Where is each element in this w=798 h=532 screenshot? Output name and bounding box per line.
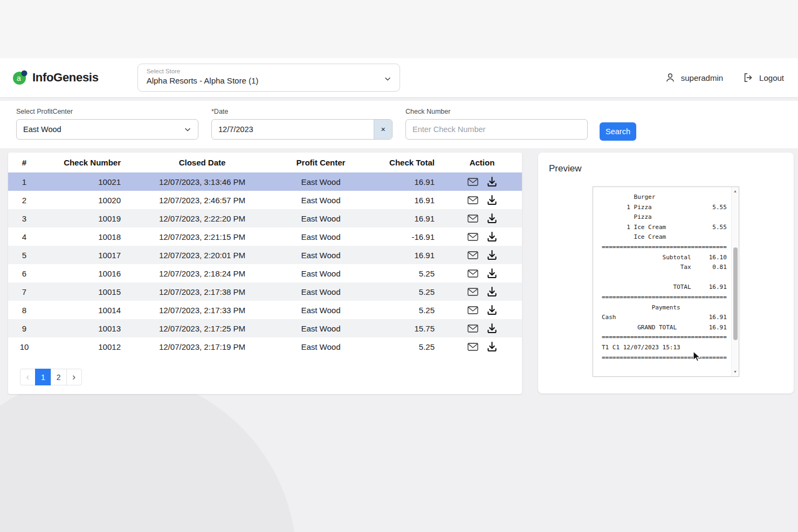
download-icon[interactable] bbox=[487, 341, 497, 352]
closed-date-cell: 12/07/2023, 2:21:15 PM bbox=[129, 227, 275, 246]
header-right: superadmin Logout bbox=[664, 72, 784, 84]
profit-center-cell: East Wood bbox=[275, 301, 367, 319]
page: a InfoGenesis Select Store Alpha Resorts… bbox=[0, 0, 798, 394]
user-icon bbox=[664, 72, 676, 84]
row-index: 6 bbox=[8, 264, 40, 282]
table-row[interactable]: 4 10018 12/07/2023, 2:21:15 PM East Wood… bbox=[8, 227, 522, 246]
download-icon[interactable] bbox=[487, 286, 497, 297]
scroll-up-icon[interactable]: ▲ bbox=[732, 189, 739, 194]
download-icon[interactable] bbox=[487, 268, 497, 279]
profit-center-cell: East Wood bbox=[275, 172, 367, 191]
top-strip bbox=[0, 0, 798, 58]
email-icon[interactable] bbox=[467, 343, 478, 351]
profit-center-select[interactable]: East Wood bbox=[16, 119, 198, 140]
table-row[interactable]: 7 10015 12/07/2023, 2:17:38 PM East Wood… bbox=[8, 282, 522, 301]
action-cell bbox=[442, 227, 522, 246]
check-number-cell: 10017 bbox=[40, 246, 129, 264]
check-total-cell: 15.75 bbox=[367, 319, 442, 337]
pagination: ‹ 1 2 › bbox=[20, 369, 82, 385]
pagination-page-2[interactable]: 2 bbox=[51, 369, 67, 385]
email-icon[interactable] bbox=[467, 178, 478, 186]
date-clear-button[interactable]: × bbox=[374, 120, 392, 139]
check-number-cell: 10014 bbox=[40, 301, 129, 319]
table-row[interactable]: 6 10016 12/07/2023, 2:18:24 PM East Wood… bbox=[8, 264, 522, 282]
chevron-down-icon bbox=[184, 126, 191, 133]
app-header: a InfoGenesis Select Store Alpha Resorts… bbox=[0, 58, 798, 97]
download-icon[interactable] bbox=[487, 176, 497, 187]
email-icon[interactable] bbox=[467, 233, 478, 241]
email-icon[interactable] bbox=[467, 270, 478, 278]
check-number-group: Check Number bbox=[405, 108, 588, 140]
action-cell bbox=[442, 172, 522, 191]
action-cell bbox=[442, 209, 522, 227]
check-total-cell: -16.91 bbox=[367, 227, 442, 246]
receipt-scrollbar[interactable]: ▲ ▼ bbox=[731, 187, 739, 376]
preview-panel: Preview Burger 1 Pizza 5.55 Pizza 1 Ice … bbox=[538, 153, 794, 393]
table-row[interactable]: 5 10017 12/07/2023, 2:20:01 PM East Wood… bbox=[8, 246, 522, 264]
profit-center-cell: East Wood bbox=[275, 337, 367, 356]
check-number-input-wrap bbox=[405, 119, 588, 140]
table-row[interactable]: 3 10019 12/07/2023, 2:22:20 PM East Wood… bbox=[8, 209, 522, 227]
pagination-next[interactable]: › bbox=[66, 369, 82, 385]
table-row[interactable]: 8 10014 12/07/2023, 2:17:33 PM East Wood… bbox=[8, 301, 522, 319]
row-index: 10 bbox=[8, 337, 40, 356]
search-button[interactable]: Search bbox=[600, 122, 636, 141]
email-icon[interactable] bbox=[467, 196, 478, 204]
row-index: 8 bbox=[8, 301, 40, 319]
mouse-cursor bbox=[691, 350, 703, 362]
download-icon[interactable] bbox=[487, 250, 497, 260]
store-select-label: Select Store bbox=[147, 68, 391, 74]
closed-date-cell: 12/07/2023, 2:18:24 PM bbox=[129, 264, 275, 282]
user-name: superadmin bbox=[681, 73, 723, 82]
row-index: 1 bbox=[8, 172, 40, 191]
store-select-dropdown[interactable]: Select Store Alpha Resorts - Alpha Store… bbox=[137, 64, 400, 92]
pagination-prev[interactable]: ‹ bbox=[20, 369, 36, 385]
email-icon[interactable] bbox=[467, 215, 478, 223]
logout-button[interactable]: Logout bbox=[742, 72, 784, 84]
profit-center-cell: East Wood bbox=[275, 319, 367, 337]
table-row[interactable]: 10 10012 12/07/2023, 2:17:19 PM East Woo… bbox=[8, 337, 522, 356]
action-icons bbox=[467, 231, 497, 242]
check-total-cell: 16.91 bbox=[367, 209, 442, 227]
date-group: *Date × bbox=[211, 108, 393, 140]
table-row[interactable]: 9 10013 12/07/2023, 2:17:25 PM East Wood… bbox=[8, 319, 522, 337]
pagination-page-1[interactable]: 1 bbox=[35, 369, 51, 385]
profit-center-cell: East Wood bbox=[275, 246, 367, 264]
email-icon[interactable] bbox=[467, 306, 478, 314]
scroll-down-icon[interactable]: ▼ bbox=[732, 370, 739, 374]
download-icon[interactable] bbox=[487, 323, 497, 334]
checks-table-card: # Check Number Closed Date Profit Center… bbox=[8, 153, 522, 394]
column-header-index: # bbox=[8, 153, 40, 172]
action-icons bbox=[467, 323, 497, 334]
action-icons bbox=[467, 213, 497, 224]
download-icon[interactable] bbox=[487, 305, 497, 315]
table-header-row: # Check Number Closed Date Profit Center… bbox=[8, 153, 522, 172]
download-icon[interactable] bbox=[487, 231, 497, 242]
column-header-action: Action bbox=[442, 153, 522, 172]
action-icons bbox=[467, 250, 497, 260]
check-number-input[interactable] bbox=[406, 120, 587, 139]
closed-date-cell: 12/07/2023, 2:22:20 PM bbox=[129, 209, 275, 227]
email-icon[interactable] bbox=[467, 251, 478, 259]
profit-center-cell: East Wood bbox=[275, 209, 367, 227]
action-cell bbox=[442, 246, 522, 264]
table-row[interactable]: 2 10020 12/07/2023, 2:46:57 PM East Wood… bbox=[8, 191, 522, 209]
check-total-cell: 5.25 bbox=[367, 282, 442, 301]
column-header-check-total: Check Total bbox=[367, 153, 442, 172]
email-icon[interactable] bbox=[467, 288, 478, 296]
check-number-cell: 10021 bbox=[40, 172, 129, 191]
scrollbar-thumb[interactable] bbox=[733, 247, 738, 340]
email-icon[interactable] bbox=[467, 324, 478, 333]
download-icon[interactable] bbox=[487, 195, 497, 205]
action-icons bbox=[467, 268, 497, 279]
check-number-cell: 10015 bbox=[40, 282, 129, 301]
table-row[interactable]: 1 10021 12/07/2023, 3:13:46 PM East Wood… bbox=[8, 172, 522, 191]
check-total-cell: 5.25 bbox=[367, 264, 442, 282]
profit-center-cell: East Wood bbox=[275, 191, 367, 209]
closed-date-cell: 12/07/2023, 3:13:46 PM bbox=[129, 172, 275, 191]
closed-date-cell: 12/07/2023, 2:20:01 PM bbox=[129, 246, 275, 264]
check-number-cell: 10020 bbox=[40, 191, 129, 209]
download-icon[interactable] bbox=[487, 213, 497, 224]
date-input[interactable] bbox=[212, 120, 374, 139]
profit-center-value: East Wood bbox=[23, 125, 61, 134]
